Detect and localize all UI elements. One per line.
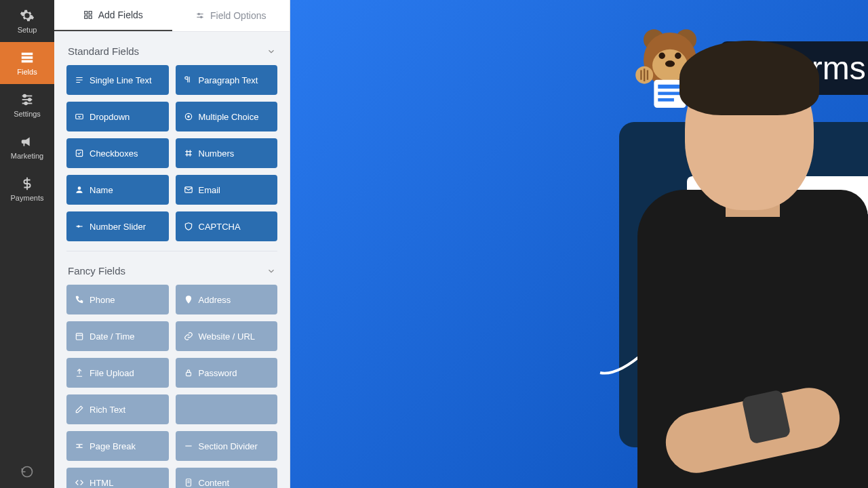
text-icon <box>75 75 84 85</box>
sliders-icon <box>20 92 35 107</box>
break-icon <box>75 441 84 451</box>
field-label: Dropdown <box>90 112 130 122</box>
edit-icon <box>75 405 84 414</box>
link-icon <box>184 331 193 341</box>
field-page-break[interactable]: Page Break <box>66 431 169 461</box>
svg-point-22 <box>78 186 81 190</box>
nav-history[interactable] <box>0 455 54 488</box>
field-multiple-choice[interactable]: Multiple Choice <box>176 102 278 131</box>
svg-point-8 <box>24 102 27 105</box>
chevron-down-icon <box>267 266 276 276</box>
field-phone[interactable]: Phone <box>66 285 169 314</box>
field-html[interactable]: HTML <box>66 468 169 488</box>
nav-label: Fields <box>17 68 37 76</box>
gear-icon <box>20 8 35 23</box>
field-checkboxes[interactable]: Checkboxes <box>66 138 169 168</box>
presenter-photo <box>624 41 868 488</box>
panel-tabs: Add Fields Field Options <box>54 0 290 32</box>
sliders-icon <box>195 11 205 20</box>
shield-icon <box>184 222 193 231</box>
section-standard-header[interactable]: Standard Fields <box>66 41 277 65</box>
field-blank[interactable] <box>176 394 278 424</box>
svg-rect-11 <box>89 12 92 14</box>
field-numbers[interactable]: Numbers <box>176 138 278 168</box>
divider-icon <box>184 441 193 451</box>
fields-panel: Add Fields Field Options Standard Fields… <box>54 0 290 488</box>
radio-icon <box>184 112 193 121</box>
field-address[interactable]: Address <box>176 285 278 314</box>
form-icon <box>20 50 35 65</box>
chevron-down-icon <box>267 47 276 56</box>
svg-point-20 <box>187 115 190 118</box>
nav-setup[interactable]: Setup <box>0 0 54 42</box>
nav-marketing[interactable]: Marketing <box>0 126 54 168</box>
field-label: Page Break <box>90 441 136 451</box>
field-label: Paragraph Text <box>199 75 258 85</box>
nav-label: Payments <box>11 194 44 202</box>
slider-icon <box>75 222 84 231</box>
field-label: HTML <box>90 478 113 488</box>
panel-body: Standard Fields Single Line TextParagrap… <box>54 32 290 488</box>
svg-rect-2 <box>22 60 33 63</box>
nav-settings[interactable]: Settings <box>0 84 54 126</box>
lock-icon <box>184 368 193 378</box>
section-fancy-header[interactable]: Fancy Fields <box>66 261 277 285</box>
section-title: Fancy Fields <box>68 265 125 277</box>
field-email[interactable]: Email <box>176 175 278 205</box>
svg-point-6 <box>24 95 26 98</box>
svg-rect-13 <box>89 16 92 18</box>
field-paragraph-text[interactable]: Paragraph Text <box>176 65 278 95</box>
field-date-time[interactable]: Date / Time <box>66 321 169 351</box>
svg-rect-1 <box>22 56 33 59</box>
svg-rect-21 <box>76 150 82 156</box>
field-file-upload[interactable]: File Upload <box>66 358 169 388</box>
field-password[interactable]: Password <box>176 358 278 388</box>
doc-icon <box>184 478 193 487</box>
field-label: Multiple Choice <box>199 112 259 122</box>
nav-rail: Setup Fields Settings Marketing Payments <box>0 0 54 488</box>
field-number-slider[interactable]: Number Slider <box>66 211 169 241</box>
field-content[interactable]: Content <box>176 468 278 488</box>
grid-icon <box>83 10 93 20</box>
pin-icon <box>184 295 193 304</box>
field-section-divider[interactable]: Section Divider <box>176 431 278 461</box>
field-website-url[interactable]: Website / URL <box>176 321 278 351</box>
phone-icon <box>75 295 84 304</box>
check-icon <box>75 148 84 158</box>
field-label: CAPTCHA <box>199 222 241 232</box>
tab-add-fields[interactable]: Add Fields <box>54 0 172 31</box>
field-label: Single Line Text <box>90 75 152 85</box>
section-divider <box>66 251 277 251</box>
nav-fields[interactable]: Fields <box>0 42 54 84</box>
field-label: Address <box>199 295 231 305</box>
section-title: Standard Fields <box>68 45 139 57</box>
svg-rect-26 <box>76 333 82 340</box>
code-icon <box>75 478 84 487</box>
standard-fields-grid: Single Line TextParagraph TextDropdownMu… <box>66 65 277 241</box>
field-label: Rich Text <box>90 405 125 415</box>
field-captcha[interactable]: CAPTCHA <box>176 211 278 241</box>
preview-canvas: wpforms Name Email SUBMIT <box>290 0 868 488</box>
upload-icon <box>75 368 84 378</box>
nav-payments[interactable]: Payments <box>0 168 54 210</box>
svg-point-7 <box>28 98 31 101</box>
svg-rect-18 <box>76 115 83 119</box>
megaphone-icon <box>20 134 35 149</box>
dropdown-icon <box>75 112 84 121</box>
hash-icon <box>184 148 193 158</box>
history-icon <box>20 465 34 479</box>
field-label: Password <box>199 368 237 378</box>
field-rich-text[interactable]: Rich Text <box>66 394 169 424</box>
svg-rect-29 <box>79 445 80 447</box>
calendar-icon <box>75 331 84 341</box>
tab-field-options[interactable]: Field Options <box>172 0 290 31</box>
field-label: Date / Time <box>90 331 134 342</box>
field-dropdown[interactable]: Dropdown <box>66 102 169 131</box>
nav-label: Marketing <box>11 152 43 160</box>
field-label: File Upload <box>90 368 134 378</box>
field-label: Checkboxes <box>90 148 138 159</box>
svg-rect-12 <box>84 16 87 18</box>
field-label: Numbers <box>199 148 235 159</box>
field-single-line-text[interactable]: Single Line Text <box>66 65 169 95</box>
field-name[interactable]: Name <box>66 175 169 205</box>
